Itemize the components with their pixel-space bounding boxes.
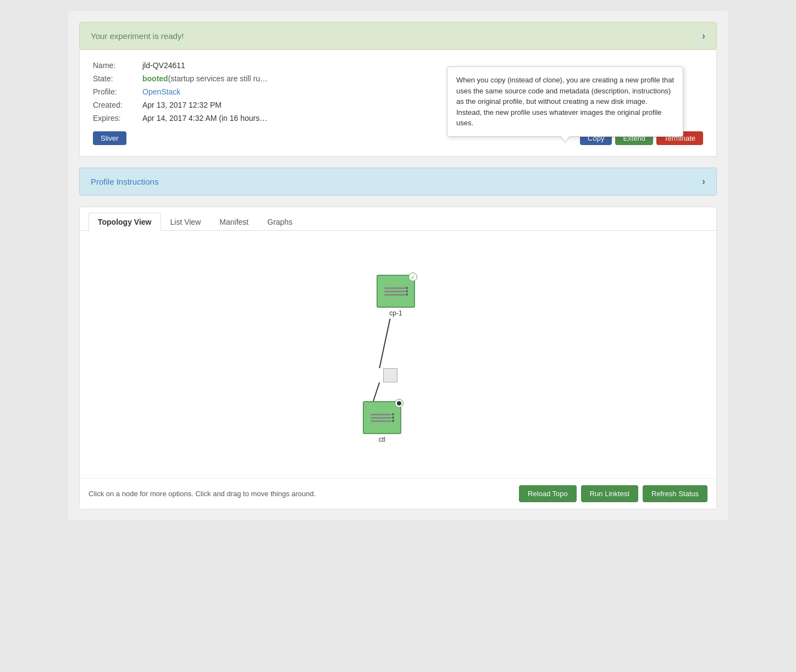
topology-view-content: ✓: [80, 231, 716, 478]
state-note: (startup services are still ru…: [168, 74, 268, 83]
profile-value[interactable]: OpenStack: [142, 87, 180, 96]
reload-topo-button[interactable]: Reload Topo: [519, 485, 577, 502]
check-icon: ✓: [408, 273, 417, 281]
node-ctl-label: ctl: [379, 436, 385, 443]
node-ctl-box[interactable]: [363, 401, 401, 434]
experiment-banner[interactable]: Your experiment is ready! ›: [79, 22, 717, 50]
expires-value: Apr 14, 2017 4:32 AM (in 16 hours…: [142, 114, 267, 123]
tooltip-text: When you copy (instead of clone), you ar…: [456, 76, 674, 127]
banner-arrow-icon: ›: [702, 30, 705, 42]
node-cp1[interactable]: ✓: [377, 275, 415, 317]
topology-hint: Click on a node for more options. Click …: [89, 490, 316, 498]
created-value: Apr 13, 2017 12:32 PM: [142, 101, 222, 109]
tabs-header: Topology View List View Manifest Graphs: [80, 207, 716, 231]
profile-instructions-banner[interactable]: Profile Instructions ›: [79, 168, 717, 196]
run-linktest-button[interactable]: Run Linktest: [581, 485, 638, 502]
state-label: State:: [93, 74, 142, 83]
profile-label: Profile:: [93, 87, 142, 96]
tab-topology-view[interactable]: Topology View: [89, 213, 161, 231]
switch-node[interactable]: [383, 368, 397, 382]
name-value: jld-QV24611: [142, 61, 185, 70]
server-icon-cp1: [382, 285, 410, 298]
expires-label: Expires:: [93, 114, 142, 123]
tab-graphs[interactable]: Graphs: [258, 213, 302, 231]
tabs-container: Topology View List View Manifest Graphs: [79, 207, 717, 509]
dot-icon: [395, 399, 403, 408]
server-icon-ctl: [368, 411, 396, 424]
refresh-status-button[interactable]: Refresh Status: [643, 485, 707, 502]
experiment-ready-text: Your experiment is ready!: [91, 31, 184, 41]
topology-buttons: Reload Topo Run Linktest Refresh Status: [519, 485, 707, 502]
experiment-info-card: Name: jld-QV24611 State: booted (startup…: [79, 50, 717, 157]
node-cp1-label: cp-1: [389, 309, 402, 317]
node-cp1-box[interactable]: ✓: [377, 275, 415, 308]
tab-list-view[interactable]: List View: [161, 213, 211, 231]
node-ctl[interactable]: ctl: [363, 401, 401, 443]
topology-canvas: ✓: [91, 242, 705, 462]
profile-banner-arrow-icon: ›: [702, 176, 705, 187]
name-label: Name:: [93, 61, 142, 70]
state-value: booted: [142, 74, 168, 83]
tab-manifest[interactable]: Manifest: [210, 213, 258, 231]
created-label: Created:: [93, 101, 142, 109]
sliver-button[interactable]: Sliver: [93, 131, 126, 145]
topology-bottom-bar: Click on a node for more options. Click …: [80, 478, 716, 509]
copy-tooltip: When you copy (instead of clone), you ar…: [447, 66, 683, 137]
profile-instructions-text: Profile Instructions: [91, 177, 158, 186]
page-container: Your experiment is ready! › Name: jld-QV…: [68, 11, 728, 520]
svg-line-0: [379, 319, 390, 368]
